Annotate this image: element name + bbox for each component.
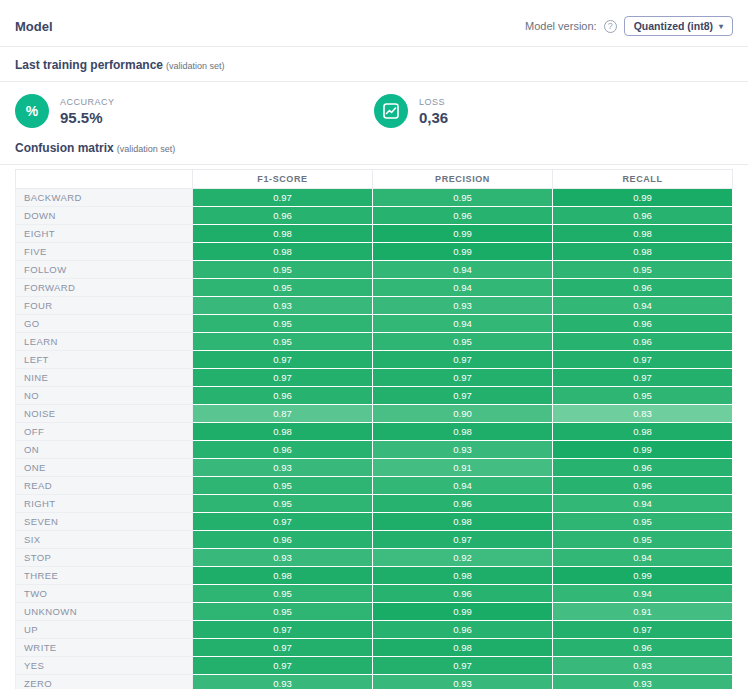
table-row: NOISE0.870.900.83	[16, 405, 733, 423]
accuracy-metric: % ACCURACY 95.5%	[15, 94, 374, 128]
matrix-cell: 0.97	[373, 531, 553, 549]
row-label: ZERO	[16, 675, 193, 689]
matrix-cell: 0.95	[553, 531, 733, 549]
row-label: THREE	[16, 567, 193, 585]
matrix-cell: 0.97	[373, 369, 553, 387]
table-row: TWO0.950.960.94	[16, 585, 733, 603]
matrix-cell: 0.96	[553, 477, 733, 495]
confusion-section-title: Confusion matrix(validation set)	[15, 141, 733, 155]
row-label: ON	[16, 441, 193, 459]
row-label: NO	[16, 387, 193, 405]
matrix-cell: 0.96	[373, 585, 553, 603]
chevron-down-icon: ▾	[719, 22, 723, 31]
row-label: UNKNOWN	[16, 603, 193, 621]
loss-value: 0,36	[419, 109, 448, 126]
table-row: THREE0.980.980.99	[16, 567, 733, 585]
row-label: FORWARD	[16, 279, 193, 297]
matrix-cell: 0.98	[193, 225, 373, 243]
table-row: EIGHT0.980.990.98	[16, 225, 733, 243]
matrix-cell: 0.96	[553, 315, 733, 333]
row-label: FOUR	[16, 297, 193, 315]
matrix-cell: 0.96	[553, 207, 733, 225]
column-header: PRECISION	[373, 170, 553, 189]
row-label: SIX	[16, 531, 193, 549]
matrix-cell: 0.99	[373, 603, 553, 621]
row-label: WRITE	[16, 639, 193, 657]
table-row: NINE0.970.970.97	[16, 369, 733, 387]
matrix-cell: 0.97	[193, 189, 373, 207]
matrix-cell: 0.95	[193, 279, 373, 297]
row-label: OFF	[16, 423, 193, 441]
loss-chart-icon	[374, 94, 408, 128]
matrix-cell: 0.95	[193, 495, 373, 513]
matrix-cell: 0.96	[193, 531, 373, 549]
table-row: YES0.970.970.93	[16, 657, 733, 675]
row-label: FIVE	[16, 243, 193, 261]
matrix-cell: 0.96	[553, 459, 733, 477]
model-version-dropdown[interactable]: Quantized (int8) ▾	[624, 16, 733, 36]
table-row: UP0.970.960.97	[16, 621, 733, 639]
row-label: ONE	[16, 459, 193, 477]
table-row: ZERO0.930.930.93	[16, 675, 733, 689]
matrix-cell: 0.96	[553, 639, 733, 657]
matrix-cell: 0.95	[193, 603, 373, 621]
confusion-title-text: Confusion matrix	[15, 141, 114, 155]
matrix-cell: 0.95	[193, 585, 373, 603]
confusion-table-body: BACKWARD0.970.950.99DOWN0.960.960.96EIGH…	[16, 189, 733, 689]
matrix-cell: 0.97	[193, 621, 373, 639]
corner-cell	[16, 170, 193, 189]
performance-section-title: Last training performance(validation set…	[15, 58, 733, 72]
matrix-cell: 0.96	[193, 387, 373, 405]
matrix-cell: 0.87	[193, 405, 373, 423]
table-row: FOUR0.930.930.94	[16, 297, 733, 315]
matrix-cell: 0.94	[553, 495, 733, 513]
matrix-cell: 0.97	[193, 639, 373, 657]
matrix-cell: 0.93	[373, 297, 553, 315]
matrix-cell: 0.97	[553, 351, 733, 369]
row-label: STOP	[16, 549, 193, 567]
matrix-cell: 0.98	[553, 423, 733, 441]
table-row: FORWARD0.950.940.96	[16, 279, 733, 297]
help-icon[interactable]: ?	[604, 20, 617, 33]
page-title: Model	[15, 19, 53, 34]
matrix-cell: 0.95	[553, 387, 733, 405]
matrix-cell: 0.95	[193, 315, 373, 333]
matrix-cell: 0.98	[373, 567, 553, 585]
divider	[0, 46, 748, 47]
table-row: SEVEN0.970.980.95	[16, 513, 733, 531]
row-label: EIGHT	[16, 225, 193, 243]
matrix-cell: 0.94	[553, 297, 733, 315]
confusion-title-suffix: (validation set)	[117, 144, 176, 154]
performance-title-suffix: (validation set)	[166, 61, 225, 71]
matrix-cell: 0.99	[553, 189, 733, 207]
divider	[0, 164, 748, 165]
model-version-label: Model version:	[525, 20, 597, 32]
row-label: NOISE	[16, 405, 193, 423]
loss-metric: LOSS 0,36	[374, 94, 733, 128]
matrix-cell: 0.95	[373, 189, 553, 207]
matrix-cell: 0.96	[193, 441, 373, 459]
matrix-cell: 0.94	[373, 279, 553, 297]
matrix-cell: 0.92	[373, 549, 553, 567]
matrix-cell: 0.97	[553, 621, 733, 639]
table-row: ON0.960.930.99	[16, 441, 733, 459]
matrix-cell: 0.94	[373, 477, 553, 495]
row-label: GO	[16, 315, 193, 333]
matrix-cell: 0.91	[373, 459, 553, 477]
row-label: NINE	[16, 369, 193, 387]
matrix-cell: 0.93	[193, 549, 373, 567]
matrix-cell: 0.99	[373, 225, 553, 243]
row-label: DOWN	[16, 207, 193, 225]
row-label: LEFT	[16, 351, 193, 369]
table-row: FOLLOW0.950.940.95	[16, 261, 733, 279]
table-row: NO0.960.970.95	[16, 387, 733, 405]
row-label: LEARN	[16, 333, 193, 351]
matrix-cell: 0.93	[373, 675, 553, 689]
matrix-cell: 0.97	[553, 369, 733, 387]
matrix-cell: 0.95	[193, 333, 373, 351]
matrix-cell: 0.97	[373, 387, 553, 405]
matrix-cell: 0.97	[193, 513, 373, 531]
matrix-cell: 0.94	[373, 261, 553, 279]
metrics-row: % ACCURACY 95.5% LOSS 0,36	[15, 94, 733, 128]
performance-title-text: Last training performance	[15, 58, 163, 72]
